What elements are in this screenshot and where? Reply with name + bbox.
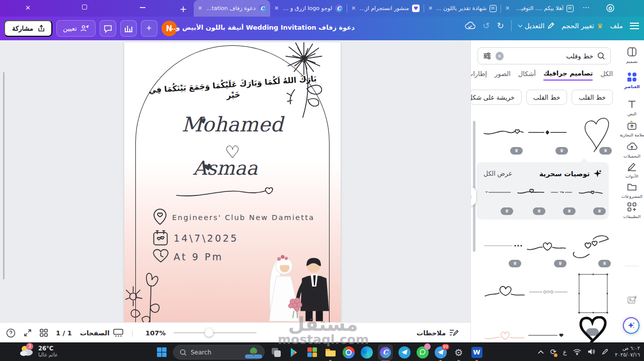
chip[interactable]: خريشة على شكل قل <box>470 90 522 105</box>
venue-text[interactable]: Engineers' Club New Damietta <box>172 213 314 222</box>
tab-close-icon[interactable]: ✕ <box>428 5 433 12</box>
task-view-button[interactable] <box>269 345 283 359</box>
language-indicator[interactable]: ع <box>563 348 567 355</box>
groom-name-text[interactable]: Mohamed <box>124 113 341 136</box>
settings-icon[interactable]: ⚙ <box>452 345 465 359</box>
panel-scrollbar[interactable] <box>473 121 475 252</box>
ms-store-icon[interactable] <box>305 345 319 359</box>
redo-icon[interactable]: ↻ <box>497 21 504 31</box>
tab-close-icon[interactable]: ✕ <box>505 5 510 12</box>
search-highlight-image[interactable] <box>245 346 262 358</box>
start-button[interactable] <box>155 345 169 359</box>
messenger-icon[interactable]: 89 <box>434 345 447 359</box>
grid-view-button[interactable] <box>40 329 48 337</box>
notes-button[interactable]: ملاحظات <box>417 323 458 343</box>
bride-name-text[interactable]: Asmaa <box>124 157 334 179</box>
tab-close-icon[interactable]: ✕ <box>351 5 356 12</box>
element-dotted-line[interactable] <box>483 243 523 249</box>
tray-expand-icon[interactable] <box>538 350 544 354</box>
element-line-dot-divider[interactable] <box>527 129 568 136</box>
file-explorer-icon[interactable] <box>324 345 337 359</box>
element-heart-swirl-line[interactable] <box>526 239 567 253</box>
sync-icon[interactable]: ⟳ <box>550 347 557 356</box>
edge-icon[interactable] <box>360 345 373 359</box>
main-menu-button[interactable] <box>630 23 639 29</box>
tab-all[interactable]: الكل <box>600 70 613 80</box>
design-page[interactable]: بَارَكَ اللهُ لَكُمَا وَبَارَكَ عَلَيْكُ… <box>124 42 341 322</box>
panel-collapse-button[interactable]: › <box>470 187 476 206</box>
flowers-sketch-graphic[interactable] <box>125 265 175 322</box>
canva-assistant-button[interactable] <box>623 317 639 334</box>
element-line-heart-end[interactable] <box>527 332 568 338</box>
add-page-button[interactable]: + <box>141 20 157 37</box>
rail-item-text[interactable]: النص <box>620 99 644 116</box>
swirl-divider-graphic[interactable] <box>175 185 280 198</box>
chip[interactable]: خط القلب <box>526 90 568 105</box>
element-pink-heart-line[interactable] <box>484 328 525 341</box>
tab-photos[interactable]: الصور <box>495 70 511 80</box>
clear-search-icon[interactable]: ✕ <box>496 52 504 60</box>
browser-tab[interactable]: شهادة تقدير باللون البن... ✕ <box>424 0 501 17</box>
tab-frames[interactable]: إطارات <box>470 70 487 80</box>
tab-close-icon[interactable]: ✕ <box>198 5 202 12</box>
filter-icon[interactable] <box>483 52 492 60</box>
assign-button[interactable]: تعيين <box>56 20 96 37</box>
element-mini-divider[interactable] <box>516 186 545 196</box>
window-close-icon[interactable]: ✕ <box>25 5 31 12</box>
date-text[interactable]: 14\7\2025 <box>174 233 238 244</box>
resize-menu[interactable]: ♛ تغيير الحجم <box>561 22 603 30</box>
browser-tab[interactable]: C لوجو logo ازرق و ورد... ✕ <box>270 0 347 17</box>
file-menu[interactable]: ملف <box>610 22 623 30</box>
chip[interactable]: خط القلب <box>572 90 613 105</box>
rail-item-tools[interactable]: الأدوات <box>620 161 644 179</box>
tab-overflow-icon[interactable]: ··· <box>583 4 589 12</box>
tab-graphics[interactable]: تصاميم جرافيك <box>543 69 593 81</box>
word-icon[interactable]: W <box>470 345 484 359</box>
play-store-icon[interactable] <box>287 345 301 359</box>
zoom-slider-knob[interactable] <box>205 328 213 337</box>
undo-icon[interactable]: ↺ <box>482 21 490 31</box>
element-hands-hearts[interactable] <box>570 233 612 259</box>
rail-item-elements[interactable]: العناصر <box>620 71 644 89</box>
rail-item-magic-media[interactable] <box>620 295 644 306</box>
tab-close-icon[interactable]: ✕ <box>274 5 279 12</box>
volume-icon[interactable] <box>588 348 595 355</box>
canvas-scrollbar[interactable] <box>3 72 5 279</box>
rail-item-projects[interactable]: المشروعات <box>620 181 644 199</box>
telegram-icon[interactable] <box>397 345 411 359</box>
element-rings-divider[interactable] <box>528 289 569 295</box>
element-search[interactable]: ✕ <box>477 47 611 64</box>
element-wavy-heart-line[interactable] <box>483 127 524 137</box>
help-button[interactable] <box>6 328 16 338</box>
comments-button[interactable] <box>100 20 116 37</box>
element-rectangle-frame[interactable] <box>578 273 609 314</box>
time-text[interactable]: At 9 Pm <box>174 251 223 262</box>
pen-icon[interactable] <box>602 348 608 355</box>
whatsapp-icon[interactable] <box>416 345 429 359</box>
insights-button[interactable] <box>120 20 137 37</box>
share-button[interactable]: مشاركة <box>4 20 52 37</box>
element-heart-curve-line[interactable] <box>484 283 525 299</box>
browser-tab[interactable]: ♥ منشور انستجرام ازرق ... ✕ <box>347 0 424 17</box>
couple-illustration[interactable] <box>256 251 333 322</box>
browser-tab[interactable]: أهلا بيكم .... التوفيق وا... ✕ <box>501 0 578 17</box>
wifi-icon[interactable] <box>573 349 581 355</box>
chrome-icon[interactable] <box>342 345 355 359</box>
element-mini-divider[interactable] <box>549 188 574 196</box>
zoom-slider[interactable] <box>174 332 257 333</box>
rail-item-brand[interactable]: العلامة التجارية <box>620 120 644 137</box>
element-mini-divider[interactable] <box>483 188 512 196</box>
new-tab-button[interactable]: + <box>177 3 189 15</box>
browser-home-icon[interactable] <box>606 4 614 14</box>
view-all-link[interactable]: عرض الكل <box>484 170 512 177</box>
editing-mode-menu[interactable]: التعديل <box>519 22 555 30</box>
pages-button[interactable]: الصفحات <box>80 329 123 337</box>
tab-shapes[interactable]: أشكال <box>518 70 536 80</box>
tray-clock[interactable]: ٦:٠٢ ص ٢٠٢٥/٠٧/١٦ <box>615 345 640 358</box>
design-title[interactable]: دعوة زفاف Wedding Invitation أنيقة باللو… <box>169 24 355 31</box>
element-mini-divider[interactable] <box>578 188 604 196</box>
rail-item-uploads[interactable]: التحميلات <box>620 141 644 159</box>
element-bold-heart[interactable] <box>576 316 611 342</box>
browser-tab-active[interactable]: C دعوة زفاف Invitation... ✕ <box>194 0 270 17</box>
rail-item-design[interactable]: تصميم <box>620 46 644 64</box>
